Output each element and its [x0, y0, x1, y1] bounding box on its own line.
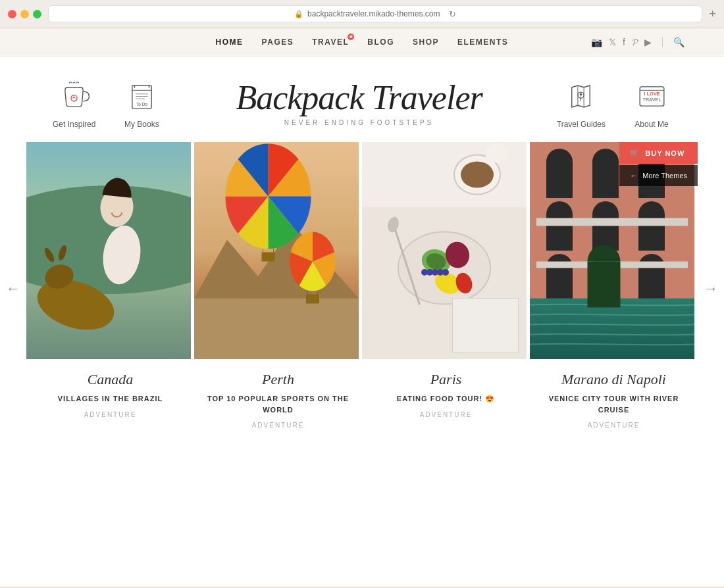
card-perth-location: Perth [202, 371, 354, 388]
more-themes-button[interactable]: ← More Themes [619, 165, 698, 186]
prev-arrow[interactable]: ← [0, 276, 26, 302]
traffic-lights [8, 10, 41, 18]
card-canada[interactable]: Canada VILLAGES IN THE BRAZIL ADVENTURE [26, 142, 194, 435]
next-arrow[interactable]: → [698, 276, 724, 302]
nav-blog[interactable]: BLOG [367, 37, 394, 47]
buy-now-button[interactable]: 🛒 BUY NOW [619, 142, 698, 164]
lock-icon: 🔒 [294, 10, 303, 18]
card-paris-image [362, 142, 530, 359]
close-button[interactable] [8, 10, 16, 18]
nav-wrapper: HOME PAGES TRAVEL ★ BLOG SHOP ELEMENTS 📷… [0, 37, 724, 47]
hero-section: Get Inspired To Do My Books [0, 57, 724, 142]
card-napoli-location: Marano di Napoli [538, 371, 690, 388]
card-canada-image [26, 142, 194, 359]
buy-now-overlay: 🛒 BUY NOW ← More Themes [619, 142, 698, 186]
get-inspired-label: Get Inspired [53, 120, 95, 129]
svg-text:To Do: To Do [136, 102, 147, 107]
travel-icon: I LOVE TRAVEL [632, 76, 671, 116]
nav-shop[interactable]: SHOP [413, 37, 439, 47]
card-paris-title: EATING FOOD TOUR! 😍 [370, 393, 522, 404]
cards-section: ← Canada VILLAGES IN THE BRAZIL ADVENTUR… [0, 142, 724, 435]
map-icon [561, 76, 601, 116]
new-tab-button[interactable]: + [709, 7, 716, 21]
minimize-button[interactable] [20, 10, 29, 18]
card-canada-title: VILLAGES IN THE BRAZIL [34, 393, 186, 404]
top-nav: HOME PAGES TRAVEL ★ BLOG SHOP ELEMENTS 📷… [0, 28, 724, 57]
card-perth[interactable]: Perth TOP 10 POPULAR SPORTS ON THE WORLD… [194, 142, 362, 435]
card-paris-content: Paris EATING FOOD TOUR! 😍 ADVENTURE [362, 359, 530, 425]
twitter-icon[interactable]: 𝕏 [609, 37, 616, 47]
my-books-item[interactable]: To Do My Books [122, 76, 161, 129]
hero-center: Backpack Traveler NEVER ENDING FOOTSTEPS [161, 79, 556, 126]
search-icon[interactable]: 🔍 [673, 37, 685, 47]
card-paris-category: ADVENTURE [370, 411, 522, 418]
cards-wrapper: Canada VILLAGES IN THE BRAZIL ADVENTURE … [26, 142, 698, 435]
website: HOME PAGES TRAVEL ★ BLOG SHOP ELEMENTS 📷… [0, 28, 724, 587]
card-canada-content: Canada VILLAGES IN THE BRAZIL ADVENTURE [26, 359, 194, 425]
instagram-icon[interactable]: 📷 [591, 37, 602, 47]
nav-home[interactable]: HOME [216, 37, 244, 47]
card-paris-location: Paris [370, 371, 522, 388]
svg-point-10 [580, 93, 582, 95]
nav-social: 📷 𝕏 f 𝓟 ▶ 🔍 [591, 37, 685, 48]
my-books-label: My Books [124, 120, 159, 129]
brand-tagline: NEVER ENDING FOOTSTEPS [284, 119, 434, 126]
cart-icon: 🛒 [630, 149, 640, 157]
svg-text:TRAVEL: TRAVEL [642, 96, 661, 102]
facebook-icon[interactable]: f [623, 37, 625, 47]
card-perth-content: Perth TOP 10 POPULAR SPORTS ON THE WORLD… [194, 359, 362, 435]
hero-right: Travel Guides I LOVE TRAVEL About Me [557, 76, 671, 129]
card-perth-category: ADVENTURE [202, 422, 354, 429]
paris-canvas [362, 142, 527, 359]
canada-canvas [26, 142, 191, 359]
card-napoli-category: ADVENTURE [538, 422, 690, 429]
travel-guides-label: Travel Guides [557, 120, 606, 129]
nav-elements[interactable]: ELEMENTS [457, 37, 508, 47]
nav-pages[interactable]: PAGES [262, 37, 294, 47]
card-canada-category: ADVENTURE [34, 411, 186, 418]
hero-left: Get Inspired To Do My Books [53, 76, 161, 129]
nav-travel[interactable]: TRAVEL ★ [312, 37, 349, 47]
nav-divider [662, 37, 663, 47]
card-napoli[interactable]: 🛒 BUY NOW ← More Themes Marano di Napoli… [530, 142, 698, 435]
svg-text:I LOVE: I LOVE [644, 90, 659, 96]
books-icon: To Do [122, 76, 161, 116]
get-inspired-item[interactable]: Get Inspired [53, 76, 95, 129]
nav-items: HOME PAGES TRAVEL ★ BLOG SHOP ELEMENTS [216, 37, 509, 47]
card-perth-image [194, 142, 362, 359]
card-perth-title: TOP 10 POPULAR SPORTS ON THE WORLD [202, 393, 354, 415]
buy-now-label: BUY NOW [645, 149, 685, 157]
perth-canvas [194, 142, 359, 359]
card-paris[interactable]: Paris EATING FOOD TOUR! 😍 ADVENTURE [362, 142, 530, 435]
card-napoli-content: Marano di Napoli VENICE CITY TOUR WITH R… [530, 359, 698, 435]
brand-name: Backpack Traveler [236, 79, 482, 116]
travel-guides-item[interactable]: Travel Guides [557, 76, 606, 129]
address-bar[interactable]: 🔒 backpacktraveler.mikado-themes.com ↻ [48, 5, 702, 22]
reload-icon[interactable]: ↻ [449, 9, 456, 19]
about-me-label: About Me [634, 120, 668, 129]
more-themes-label: More Themes [642, 172, 687, 180]
svg-point-0 [71, 95, 77, 101]
about-me-item[interactable]: I LOVE TRAVEL About Me [632, 76, 671, 129]
cup-icon [55, 76, 94, 116]
url-text: backpacktraveler.mikado-themes.com [307, 9, 440, 18]
arrow-left-icon: ← [630, 172, 637, 180]
card-napoli-title: VENICE CITY TOUR WITH RIVER CRUISE [538, 393, 690, 415]
nav-badge: ★ [348, 34, 354, 40]
youtube-icon[interactable]: ▶ [644, 37, 652, 47]
card-canada-location: Canada [34, 371, 186, 388]
maximize-button[interactable] [33, 10, 41, 18]
pinterest-icon[interactable]: 𝓟 [632, 37, 638, 48]
browser-chrome: 🔒 backpacktraveler.mikado-themes.com ↻ + [0, 0, 724, 28]
